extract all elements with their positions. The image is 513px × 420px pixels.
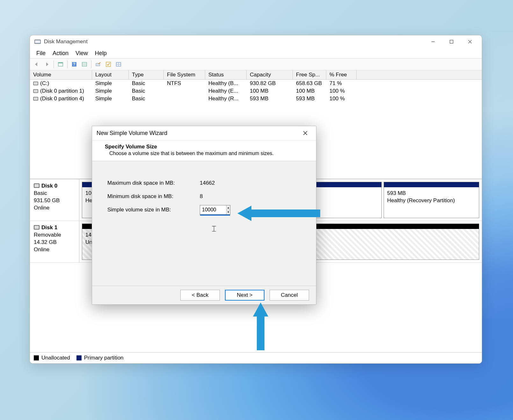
cell-capacity: 593 MB [247, 95, 293, 102]
legend-primary-label: Primary partition [84, 355, 124, 361]
max-space-value: 14662 [200, 180, 215, 186]
legend-primary: Primary partition [76, 355, 124, 361]
back-icon[interactable] [33, 60, 41, 68]
col-pctfree[interactable]: % Free [326, 70, 357, 79]
back-button[interactable]: < Back [180, 290, 220, 301]
spinner-down-button[interactable]: ▼ [227, 210, 230, 215]
spinner-up-button[interactable]: ▲ [227, 205, 230, 210]
disk-icon [34, 225, 40, 230]
partition[interactable]: 593 MB Healthy (Recovery Partition) [384, 182, 479, 218]
cancel-button[interactable]: Cancel [270, 290, 309, 301]
cell-volume: (Disk 0 partition 4) [40, 96, 84, 102]
partition-header [384, 182, 479, 187]
menu-view[interactable]: View [72, 49, 91, 58]
disk-kind: Removable [34, 231, 75, 239]
cell-volume: (Disk 0 partition 1) [40, 88, 84, 94]
disk-title-text: Disk 0 [41, 183, 57, 189]
disk-kind: Basic [34, 190, 75, 197]
cell-type: Basic [129, 80, 164, 87]
svg-rect-3 [450, 40, 453, 43]
col-type[interactable]: Type [129, 70, 164, 79]
disk-size: 14.32 GB [34, 239, 75, 246]
minimize-button[interactable] [424, 35, 442, 48]
legend-unallocated-swatch [34, 355, 39, 360]
volume-icon [33, 82, 38, 85]
disk-title-text: Disk 1 [41, 224, 57, 231]
wizard-body: Maximum disk space in MB: 14662 Minimum … [92, 161, 316, 286]
cell-status: Healthy (E... [205, 88, 247, 95]
min-space-label: Minimum disk space in MB: [107, 193, 200, 200]
wizard-footer: < Back Next > Cancel [92, 286, 316, 304]
disk-label[interactable]: Disk 0 Basic 931.50 GB Online [30, 179, 79, 221]
volume-list-body: (C:)SimpleBasicNTFSHealthy (B...930.82 G… [30, 80, 482, 103]
checkbox-icon[interactable] [104, 60, 112, 68]
maximize-button[interactable] [442, 35, 461, 48]
cell-capacity: 930.82 GB [247, 80, 293, 87]
cell-status: Healthy (B... [205, 80, 247, 87]
forward-icon[interactable] [43, 60, 51, 68]
wizard-header: Specify Volume Size Choose a volume size… [92, 140, 316, 161]
wizard-title: New Simple Volume Wizard [97, 130, 167, 137]
text-caret-icon: ⌶ [212, 224, 216, 233]
annotation-arrow-next-button [251, 303, 270, 350]
wizard-close-button[interactable] [299, 126, 312, 140]
cell-capacity: 100 MB [247, 88, 293, 95]
partition-size: 593 MB [387, 190, 476, 197]
cell-layout: Simple [92, 80, 129, 87]
col-status[interactable]: Status [205, 70, 247, 79]
legend: Unallocated Primary partition [30, 352, 482, 363]
action-icon[interactable] [94, 60, 102, 68]
disk-state: Online [34, 204, 75, 212]
next-button[interactable]: Next > [225, 290, 264, 301]
volume-list-header: Volume Layout Type File System Status Ca… [30, 70, 482, 80]
volume-size-spinner: ▲ ▼ [200, 205, 230, 215]
col-filler [357, 70, 482, 79]
disk-state: Online [34, 246, 75, 253]
table-row[interactable]: (C:)SimpleBasicNTFSHealthy (B...930.82 G… [30, 80, 482, 87]
volume-size-input[interactable] [200, 205, 226, 214]
svg-marker-21 [253, 303, 268, 350]
cell-pctfree: 71 % [326, 80, 357, 87]
close-button[interactable] [461, 35, 479, 48]
svg-rect-1 [35, 40, 40, 43]
help-icon[interactable]: ? [70, 60, 78, 68]
cell-fs [164, 88, 205, 95]
col-layout[interactable]: Layout [92, 70, 129, 79]
cell-volume: (C:) [40, 80, 49, 86]
cell-type: Basic [129, 88, 164, 95]
menu-help[interactable]: Help [92, 49, 110, 58]
volume-icon [33, 89, 38, 93]
cell-status: Healthy (R... [205, 95, 247, 102]
disk-label[interactable]: Disk 1 Removable 14.32 GB Online [30, 221, 79, 262]
disk-management-icon [34, 39, 41, 45]
disk-icon [34, 183, 40, 188]
cell-type: Basic [129, 95, 164, 102]
list-icon[interactable] [80, 60, 89, 68]
cell-free: 658.63 GB [293, 80, 326, 87]
table-row[interactable]: (Disk 0 partition 4)SimpleBasicHealthy (… [30, 95, 482, 103]
panel-icon[interactable] [56, 60, 65, 68]
grid-icon[interactable] [114, 60, 123, 68]
cell-fs: NTFS [164, 80, 205, 87]
volume-size-label: Simple volume size in MB: [107, 207, 200, 213]
menu-file[interactable]: File [33, 49, 49, 58]
wizard-titlebar[interactable]: New Simple Volume Wizard [92, 126, 316, 140]
partition-status: Healthy (Recovery Partition) [387, 197, 476, 204]
cell-free: 100 MB [293, 88, 326, 95]
window-titlebar[interactable]: Disk Management [30, 35, 482, 48]
menu-action[interactable]: Action [49, 49, 72, 58]
legend-primary-swatch [76, 355, 82, 360]
table-row[interactable]: (Disk 0 partition 1)SimpleBasicHealthy (… [30, 87, 482, 95]
col-free[interactable]: Free Sp... [293, 70, 326, 79]
svg-marker-20 [237, 206, 320, 221]
cell-fs [164, 95, 205, 102]
svg-rect-10 [82, 62, 87, 66]
col-filesystem[interactable]: File System [164, 70, 205, 79]
wizard-heading: Specify Volume Size [105, 144, 307, 150]
cell-layout: Simple [92, 88, 129, 95]
col-volume[interactable]: Volume [30, 70, 92, 79]
col-capacity[interactable]: Capacity [247, 70, 293, 79]
cell-pctfree: 100 % [326, 95, 357, 102]
legend-unallocated-label: Unallocated [41, 355, 70, 361]
legend-unallocated: Unallocated [34, 355, 70, 361]
